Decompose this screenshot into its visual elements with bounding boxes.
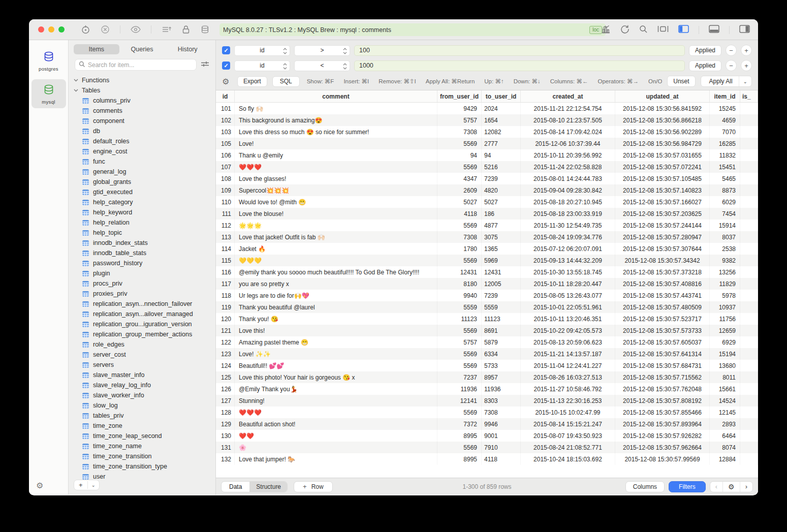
minimize-window-button[interactable] [48,26,54,33]
cell-comment[interactable]: Love that jacket! Outfit is fab 🙌🏻 [235,231,437,243]
cell-from_user_id[interactable]: 5569 [437,360,482,371]
item-search-box[interactable] [75,59,197,71]
cell-item_id[interactable]: 8011 [710,371,740,383]
cell-updated_at[interactable]: 2015-12-08 15:30:57.280947 [615,231,710,243]
sidebar-table-replication_group_member_actions[interactable]: replication_group_member_actions [69,329,215,339]
table-row[interactable]: 102This background is amazing😍5757165420… [216,114,758,126]
cell-is_[interactable] [740,208,758,220]
cell-comment[interactable]: ❤️❤️ [235,430,437,442]
cell-id[interactable]: 123 [216,348,235,360]
table-row[interactable]: 106Thank u @emily94942015-10-11 20:39:56… [216,149,758,161]
cell-to_user_id[interactable]: 1654 [482,114,521,126]
cell-created_at[interactable]: 2015-11-30 12:54:49.735 [521,220,615,231]
cell-created_at[interactable]: 2015-08-24 21:08:52.771 [521,442,615,453]
cell-to_user_id[interactable]: 7308 [482,406,521,418]
cell-to_user_id[interactable]: 5879 [482,336,521,348]
cell-comment[interactable]: Love the blouse! [235,208,437,220]
cell-updated_at[interactable]: 2015-12-08 15:30:57.762048 [615,383,710,395]
section-functions[interactable]: Functions [69,75,215,85]
tab-data[interactable]: Data [222,482,250,492]
cell-id[interactable]: 122 [216,336,235,348]
cell-comment[interactable]: Beautifull!! 💕💕 [235,360,437,371]
cell-updated_at[interactable]: 2015-12-08 15:30:57.203625 [615,208,710,220]
cell-to_user_id[interactable]: 2024 [482,103,521,114]
sidebar-table-servers[interactable]: servers [69,360,215,370]
cell-updated_at[interactable]: 2015-12-08 15:30:57.105485 [615,173,710,184]
cell-is_[interactable] [740,325,758,336]
cell-to_user_id[interactable]: 6334 [482,348,521,360]
cell-comment[interactable]: Love the glasses! [235,173,437,184]
cell-id[interactable]: 107 [216,161,235,173]
cell-updated_at[interactable]: 2015-12-08 15:30:57.684731 [615,360,710,371]
cell-item_id[interactable]: 11829 [710,278,740,290]
cell-from_user_id[interactable]: 7372 [437,418,482,430]
sidebar-table-func[interactable]: func [69,157,215,167]
cell-is_[interactable] [740,418,758,430]
sidebar-table-innodb_table_stats[interactable]: innodb_table_stats [69,248,215,258]
cell-item_id[interactable]: 9382 [710,255,740,266]
cell-to_user_id[interactable]: 5733 [482,360,521,371]
cell-is_[interactable] [740,266,758,278]
sidebar-table-general_log[interactable]: general_log [69,167,215,177]
cell-comment[interactable]: Love that jumper! 🐎 [235,453,437,465]
column-header-updated_at[interactable]: updated_at [615,90,710,102]
cell-item_id[interactable]: 16285 [710,138,740,149]
cell-comment[interactable]: Thank you! 😘 [235,313,437,325]
history-list-icon[interactable] [162,25,172,34]
add-item-button[interactable]: + ⌄ [74,480,100,490]
column-header-is_[interactable]: is_ [740,90,758,102]
table-row[interactable]: 101So fly 🙌🏻942920242015-11-21 22:12:54.… [216,103,758,114]
cell-to_user_id[interactable]: 5559 [482,301,521,313]
sidebar-table-engine_cost[interactable]: engine_cost [69,146,215,157]
filter-operator-select[interactable]: < [294,60,350,71]
preview-eye-icon[interactable] [131,26,141,33]
cell-is_[interactable] [740,220,758,231]
cell-id[interactable]: 125 [216,371,235,383]
cell-from_user_id[interactable]: 12431 [437,266,482,278]
cell-item_id[interactable]: 11756 [710,313,740,325]
cell-item_id[interactable]: 15245 [710,103,740,114]
cell-updated_at[interactable]: 2015-12-08 15:30:57.605037 [615,336,710,348]
sidebar-table-slow_log[interactable]: slow_log [69,400,215,411]
cell-item_id[interactable]: 2893 [710,418,740,430]
cell-id[interactable]: 129 [216,418,235,430]
remove-filter-button[interactable]: − [726,45,737,56]
zoom-window-button[interactable] [58,26,65,33]
cell-comment[interactable]: Love this photo! Your hair is gorgeous 😘… [235,371,437,383]
tab-history[interactable]: History [165,44,210,54]
cell-id[interactable]: 110 [216,196,235,208]
export-button[interactable]: Export [237,76,267,87]
cell-id[interactable]: 127 [216,395,235,406]
cell-comment[interactable]: ❤️❤️❤️ [235,406,437,418]
cell-comment[interactable]: Love! [235,138,437,149]
sidebar-table-proxies_priv[interactable]: proxies_priv [69,289,215,299]
cell-updated_at[interactable]: 2015-12-08 15:30:57.307644 [615,243,710,255]
cell-created_at[interactable]: 2015-10-22 09:42:05.573 [521,325,615,336]
sidebar-table-tables_priv[interactable]: tables_priv [69,411,215,421]
cell-created_at[interactable]: 2015-08-26 16:03:27.513 [521,371,615,383]
cell-is_[interactable] [740,243,758,255]
sidebar-table-slave_relay_log_info[interactable]: slave_relay_log_info [69,380,215,390]
cell-to_user_id[interactable]: 12431 [482,266,521,278]
sidebar-table-help_relation[interactable]: help_relation [69,217,215,228]
cell-created_at[interactable]: 2015-11-24 22:02:58.828 [521,161,615,173]
cell-comment[interactable]: Love this dress so much 😍 so nice for su… [235,126,437,138]
cell-updated_at[interactable]: 2015-12-08 15:30:57.34342 [615,255,710,266]
filter-enabled-checkbox[interactable]: ✓ [222,61,230,70]
table-row[interactable]: 128❤️❤️❤️556973082015-10-15 10:02:47.992… [216,406,758,418]
cell-item_id[interactable]: 10937 [710,301,740,313]
sidebar-table-comments[interactable]: comments [69,106,215,116]
connection-postgres[interactable]: postgres [32,46,66,75]
cell-created_at[interactable]: 2015-08-07 19:43:50.923 [521,430,615,442]
toggle-right-panel-icon[interactable] [739,25,750,35]
cell-id[interactable]: 121 [216,325,235,336]
sidebar-table-component[interactable]: component [69,116,215,126]
cell-from_user_id[interactable]: 5569 [437,161,482,173]
cell-comment[interactable]: Thank you beautiful @laurel [235,301,437,313]
cell-to_user_id[interactable]: 1365 [482,243,521,255]
cell-created_at[interactable]: 2015-07-12 06:20:07.091 [521,243,615,255]
table-row[interactable]: 103Love this dress so much 😍 so nice for… [216,126,758,138]
cell-item_id[interactable]: 15914 [710,220,740,231]
cell-is_[interactable] [740,290,758,301]
sidebar-table-replication_asyn...nnection_failover[interactable]: replication_asyn...nnection_failover [69,299,215,309]
